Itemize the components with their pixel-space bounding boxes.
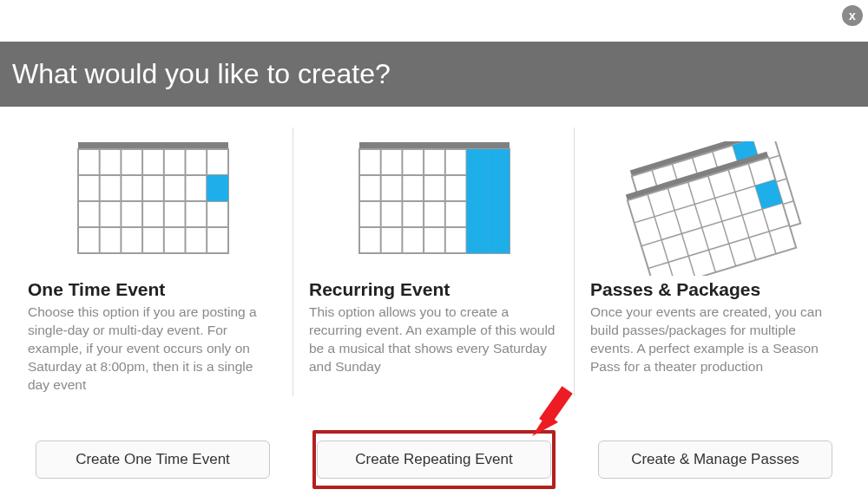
options-row: One Time Event Choose this option if you…: [12, 127, 856, 395]
option-description: This option allows you to create a recur…: [309, 303, 559, 376]
button-cell: Create & Manage Passes: [575, 441, 856, 479]
option-description: Once your events are created, you can bu…: [590, 303, 840, 376]
modal-header: What would you like to create?: [0, 42, 868, 107]
calendar-single-day-icon: [28, 127, 278, 279]
svg-rect-27: [466, 201, 488, 227]
svg-rect-30: [488, 227, 510, 253]
action-buttons-row: Create One Time Event Create Repeating E…: [12, 441, 856, 479]
option-title: Recurring Event: [309, 279, 559, 300]
calendar-passes-icon: [590, 127, 840, 279]
svg-rect-29: [466, 227, 488, 253]
option-recurring-event: Recurring Event This option allows you t…: [293, 127, 575, 395]
svg-rect-23: [466, 149, 488, 175]
create-repeating-event-button[interactable]: Create Repeating Event: [317, 441, 551, 479]
option-one-time-event: One Time Event Choose this option if you…: [12, 127, 293, 395]
modal-title: What would you like to create?: [0, 58, 391, 90]
option-title: One Time Event: [28, 279, 278, 300]
svg-rect-25: [466, 175, 488, 201]
button-cell: Create One Time Event: [12, 441, 293, 479]
option-passes-packages: Passes & Packages Once your events are c…: [575, 127, 856, 395]
calendar-recurring-icon: [309, 127, 559, 279]
create-manage-passes-button[interactable]: Create & Manage Passes: [598, 441, 832, 479]
svg-rect-24: [488, 149, 510, 175]
svg-marker-55: [532, 414, 558, 436]
svg-rect-26: [488, 175, 510, 201]
option-title: Passes & Packages: [590, 279, 840, 300]
close-button[interactable]: x: [842, 5, 863, 26]
create-one-time-event-button[interactable]: Create One Time Event: [36, 441, 270, 479]
svg-rect-0: [78, 142, 228, 149]
close-icon: x: [849, 9, 856, 23]
svg-rect-11: [207, 175, 228, 201]
modal-create-event-type: x What would you like to create?: [0, 0, 868, 496]
svg-rect-12: [359, 142, 510, 149]
button-cell: Create Repeating Event: [293, 441, 575, 479]
option-description: Choose this option if you are posting a …: [28, 303, 278, 395]
svg-rect-28: [488, 201, 510, 227]
